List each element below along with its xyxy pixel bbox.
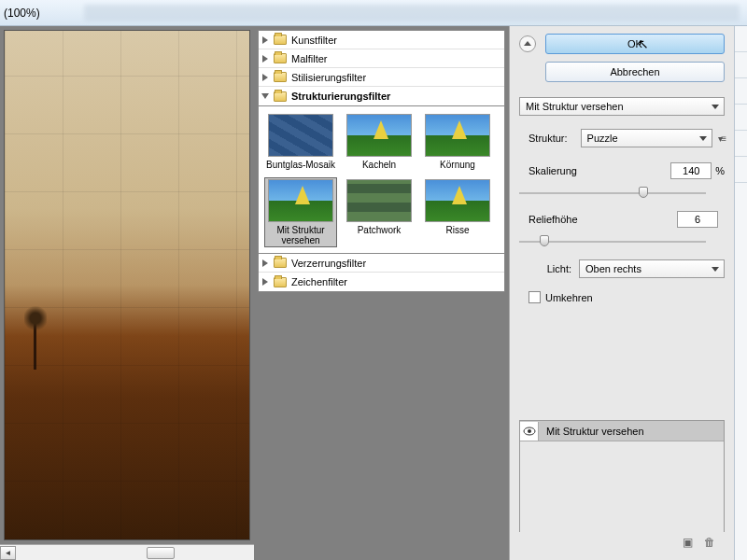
- svg-point-1: [528, 429, 531, 433]
- scroll-thumb[interactable]: [147, 547, 175, 559]
- slider-track: [519, 192, 706, 194]
- thumb-preview: [425, 179, 490, 222]
- titlebar-tabs-blur: [84, 5, 740, 21]
- scale-input[interactable]: [670, 162, 712, 179]
- relief-slider[interactable]: [519, 235, 725, 248]
- tree-empty-area: [258, 292, 505, 556]
- thumb-mit-struktur-versehen[interactable]: Mit Struktur versehen: [264, 177, 337, 247]
- tree-label: Zeichenfilter: [291, 276, 347, 287]
- tree-label: Verzerrungsfilter: [291, 258, 366, 269]
- thumb-label: Mit Struktur versehen: [266, 225, 335, 245]
- invert-label: Umkehren: [545, 292, 593, 303]
- texture-label: Struktur:: [519, 133, 575, 144]
- thumb-risse[interactable]: Risse: [421, 177, 494, 247]
- thumb-label: Buntglas-Mosaik: [266, 160, 335, 170]
- thumb-label: Patchwork: [345, 225, 414, 235]
- folder-icon: [274, 72, 287, 82]
- thumb-patchwork[interactable]: Patchwork: [343, 177, 416, 247]
- trash-icon[interactable]: 🗑: [704, 536, 715, 549]
- filter-thumbnails: Buntglas-Mosaik Kacheln Körnung Mit Stru…: [258, 106, 505, 254]
- light-label: Licht:: [529, 263, 579, 274]
- folder-icon: [274, 258, 287, 268]
- expand-icon: [262, 36, 268, 44]
- settings-panel: OK ↖ Abbrechen Mit Struktur versehen Str…: [509, 26, 734, 560]
- horizontal-scrollbar[interactable]: ◄: [0, 544, 254, 560]
- relief-spacer: [722, 214, 725, 225]
- flyout-menu-icon[interactable]: ▾≡: [718, 133, 725, 144]
- light-select[interactable]: Oben rechts: [579, 259, 725, 278]
- effect-layers: Mit Struktur versehen: [519, 420, 725, 532]
- window-edge-behind: [734, 26, 747, 560]
- tree-label: Malfilter: [291, 53, 328, 64]
- scale-label: Skalierung: [529, 165, 670, 176]
- effect-layers-empty: [520, 441, 724, 533]
- thumb-label: Risse: [423, 225, 492, 235]
- thumb-koernung[interactable]: Körnung: [421, 112, 494, 172]
- thumb-preview: [346, 179, 412, 222]
- effect-layer-row[interactable]: Mit Struktur versehen: [520, 421, 724, 441]
- thumb-buntglas-mosaik[interactable]: Buntglas-Mosaik: [264, 112, 337, 172]
- tree-item-verzerrungsfilter[interactable]: Verzerrungsfilter: [259, 254, 504, 273]
- light-select-value: Oben rechts: [585, 263, 641, 274]
- folder-icon: [274, 35, 287, 45]
- cursor-icon: ↖: [638, 36, 649, 51]
- slider-thumb[interactable]: [540, 235, 549, 246]
- puzzle-overlay: [5, 31, 249, 539]
- thumb-preview: [268, 179, 333, 222]
- zoom-level: (100%): [4, 7, 40, 20]
- collapse-toggle[interactable]: [519, 35, 536, 52]
- thumb-kacheln[interactable]: Kacheln: [343, 112, 416, 172]
- relief-label: Reliefhöhe: [529, 214, 677, 225]
- preview-canvas[interactable]: [4, 30, 250, 540]
- ok-button[interactable]: OK ↖: [545, 34, 725, 54]
- cancel-label: Abbrechen: [610, 66, 659, 77]
- tree-label: Stilisierungsfilter: [291, 72, 366, 83]
- tree-item-stilisierungsfilter[interactable]: Stilisierungsfilter: [259, 68, 504, 87]
- texture-select-value: Puzzle: [587, 133, 618, 144]
- scale-unit: %: [715, 165, 725, 176]
- thumb-preview: [425, 114, 490, 157]
- thumb-label: Körnung: [423, 160, 492, 170]
- scroll-left-button[interactable]: ◄: [0, 546, 16, 560]
- filter-select-value: Mit Struktur versehen: [526, 101, 624, 112]
- tree-item-malfilter[interactable]: Malfilter: [259, 49, 504, 68]
- filter-select[interactable]: Mit Struktur versehen: [519, 97, 725, 116]
- folder-icon: [274, 53, 287, 63]
- effect-layer-name: Mit Struktur versehen: [539, 426, 644, 437]
- expand-icon: [262, 74, 268, 81]
- thumb-preview: [268, 114, 333, 157]
- tree-item-strukturierungsfilter[interactable]: Strukturierungsfilter: [259, 87, 504, 105]
- folder-icon: [274, 277, 287, 287]
- tree-item-zeichenfilter[interactable]: Zeichenfilter: [259, 273, 504, 291]
- expand-icon: [262, 278, 268, 286]
- cancel-button[interactable]: Abbrechen: [545, 62, 725, 82]
- relief-input[interactable]: [677, 211, 718, 228]
- expand-icon: [262, 259, 268, 267]
- titlebar: (100%): [0, 0, 747, 26]
- thumb-preview: [346, 114, 412, 157]
- new-layer-icon[interactable]: ▣: [683, 536, 693, 549]
- tree-item-kunstfilter[interactable]: Kunstfilter: [259, 31, 504, 49]
- tree-label: Strukturierungsfilter: [291, 91, 390, 102]
- collapse-icon: [261, 93, 269, 99]
- slider-thumb[interactable]: [639, 187, 648, 198]
- preview-panel: ◄: [0, 26, 254, 560]
- expand-icon: [262, 55, 268, 63]
- thumb-label: Kacheln: [345, 160, 414, 170]
- invert-checkbox[interactable]: [529, 291, 541, 303]
- eye-icon: [523, 427, 536, 436]
- filter-list-panel: Kunstfilter Malfilter Stilisierungsfilte…: [254, 26, 509, 560]
- layer-footer: ▣ 🗑: [519, 532, 725, 553]
- scale-slider[interactable]: [519, 187, 725, 200]
- tree-label: Kunstfilter: [291, 35, 337, 46]
- texture-select[interactable]: Puzzle: [581, 129, 713, 147]
- visibility-toggle[interactable]: [520, 422, 539, 441]
- folder-icon: [274, 91, 287, 102]
